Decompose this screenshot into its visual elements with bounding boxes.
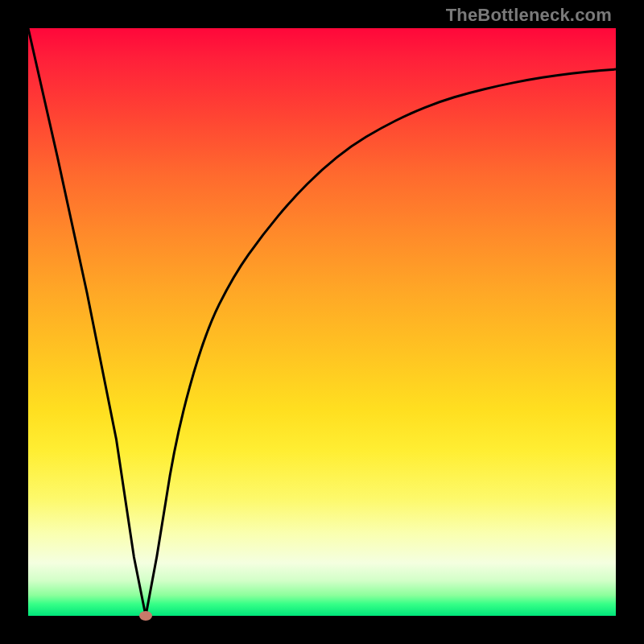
curve-svg [28,28,616,616]
plot-area [28,28,616,616]
chart-frame: TheBottleneck.com [0,0,644,644]
trough-marker [139,611,152,621]
data-curve [28,28,616,616]
watermark-text: TheBottleneck.com [446,5,612,26]
